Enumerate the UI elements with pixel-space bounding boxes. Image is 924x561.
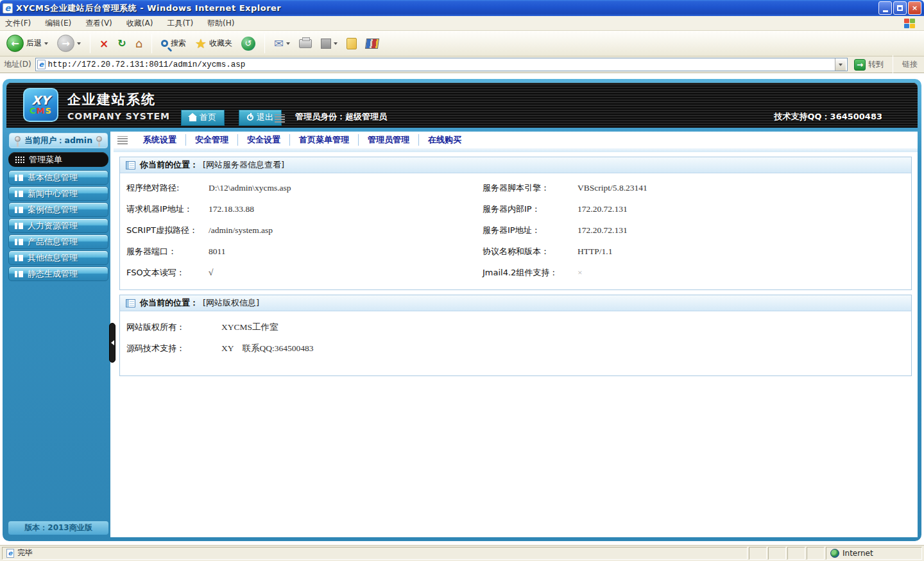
sidebar: 当前用户：admin 管理菜单 基本信息管理 新闻中心管理 案例信息管理 人力资… [6,132,110,537]
browser-viewport: XY CMS 企业建站系统 COMPANY SYSTEM 首页 退出 管理员身份… [0,73,924,544]
stop-button[interactable]: × [97,37,111,50]
current-user-label: 当前用户：admin [24,135,92,146]
current-user-bar: 当前用户：admin [9,133,108,148]
field-value-check: √ [209,268,213,278]
edit-dropdown-icon[interactable] [334,42,338,45]
field-value: 8011 [209,246,226,257]
discuss-button[interactable] [363,37,381,50]
field-label: 网站版权所有： [126,322,221,333]
browser-toolbar: ← 后退 → × ↻ ⌂ 搜索 ★ 收藏夹 ↺ ✉ [0,31,924,56]
menu-help[interactable]: 帮助(H) [207,18,234,29]
field-label: 服务器IP地址： [483,225,578,236]
favorites-button[interactable]: ★ 收藏夹 [193,35,235,53]
field-row: FSO文本读写：√ [120,262,476,283]
toolbar-separator [90,34,90,53]
page-frame: XY CMS 企业建站系统 COMPANY SYSTEM 首页 退出 管理员身份… [3,79,921,541]
sidebar-item-news-center[interactable]: 新闻中心管理 [8,186,108,201]
window-icon [126,161,135,169]
field-label: 服务器内部IP： [483,203,578,215]
forward-button[interactable]: → [55,33,83,53]
edit-icon [321,39,331,49]
printer-icon [299,39,312,48]
field-value: XYCMS工作室 [221,322,278,333]
site-title-en: COMPANY SYSTEM [67,111,170,121]
sidebar-collapse-handle[interactable] [109,323,116,363]
window-title: XYCMS企业建站后台管理系统 - Windows Internet Explo… [16,3,878,14]
address-input[interactable] [48,60,835,69]
edit-button[interactable] [318,37,340,50]
home-button[interactable]: ⌂ [133,37,145,50]
maximize-button[interactable] [893,1,907,15]
back-label: 后退 [26,38,42,49]
field-row: 源码技术支持：XY 联系QQ:364500483 [120,338,911,359]
home-icon: ⌂ [135,39,142,49]
pin-icon [15,136,21,142]
window-icon [126,299,135,307]
window-icon [15,191,23,197]
notes-button[interactable] [344,37,359,51]
sidebar-item-other-info[interactable]: 其他信息管理 [8,250,108,265]
version-badge: 版本：2013商业版 [8,521,108,535]
admin-menu-title: 管理菜单 [8,152,108,167]
menu-file[interactable]: 文件(F) [5,18,31,29]
sidebar-item-label: 其他信息管理 [28,252,78,264]
windows-logo-icon [904,19,915,28]
window-icon [15,239,23,245]
panel-header: 你当前的位置： [网站服务器信息查看] [120,157,911,173]
logo-cms: CMS [30,107,52,116]
nav-security-mgmt[interactable]: 安全管理 [186,134,238,146]
server-fields-right: 服务器脚本引擎：VBScript/5.8.23141 服务器内部IP：172.2… [476,177,911,283]
back-button[interactable]: ← 后退 [4,33,51,53]
mail-dropdown-icon[interactable] [286,42,290,45]
site-brand: 企业建站系统 COMPANY SYSTEM [67,91,170,121]
mail-button[interactable]: ✉ [271,35,293,51]
star-icon: ★ [195,36,207,51]
field-row: 网站版权所有：XYCMS工作室 [120,316,911,338]
close-button[interactable]: × [908,1,921,15]
field-value: 172.18.33.88 [209,204,254,214]
field-row: 请求机器IP地址：172.18.33.88 [120,198,476,220]
nav-admin-mgmt[interactable]: 管理员管理 [359,134,419,146]
sidebar-item-static-gen[interactable]: 静态生成管理 [8,266,108,281]
minimize-button[interactable] [878,1,892,15]
nav-security-settings[interactable]: 安全设置 [238,134,290,146]
go-button[interactable]: → 转到 [851,58,886,71]
menu-tools[interactable]: 工具(T) [167,18,193,29]
menu-favorites[interactable]: 收藏(A) [126,18,153,29]
nav-home-menu-mgmt[interactable]: 首页菜单管理 [290,134,359,146]
menu-bar: 文件(F) 编辑(E) 查看(V) 收藏(A) 工具(T) 帮助(H) [0,16,924,31]
field-value: XY 联系QQ:364500483 [221,343,314,354]
addressbar-separator [893,55,893,74]
forward-dropdown-icon[interactable] [77,42,81,45]
sidebar-item-label: 新闻中心管理 [28,188,78,200]
search-button[interactable]: 搜索 [158,37,189,50]
field-value: D:\12\admin\xycms.asp [209,183,291,193]
print-button[interactable] [296,38,314,49]
status-cell [749,547,767,560]
status-zone-cell: Internet [826,547,922,560]
address-dropdown-button[interactable] [835,58,846,71]
sidebar-item-case-info[interactable]: 案例信息管理 [8,202,108,217]
nav-buy-online[interactable]: 在线购买 [419,134,470,146]
menu-view[interactable]: 查看(V) [85,18,112,29]
sidebar-item-label: 基本信息管理 [28,172,78,184]
go-label: 转到 [868,59,884,70]
field-row: 服务器脚本引擎：VBScript/5.8.23141 [476,177,911,198]
globe-icon [830,549,839,558]
field-value: /admin/system.asp [209,225,273,236]
admin-identity: 管理员身份：超级管理员 [295,111,387,123]
sidebar-item-basic-info[interactable]: 基本信息管理 [8,170,108,185]
home-nav-button[interactable]: 首页 [181,110,225,126]
stop-icon: × [99,39,108,49]
copyright-panel: 你当前的位置： [网站版权信息] 网站版权所有：XYCMS工作室 源码技术支持：… [119,295,912,376]
sidebar-item-product-info[interactable]: 产品信息管理 [8,234,108,249]
history-button[interactable]: ↺ [239,35,258,52]
links-label[interactable]: 链接 [902,59,918,70]
go-arrow-icon: → [854,59,866,71]
refresh-button[interactable]: ↻ [115,37,128,50]
sidebar-item-label: 人力资源管理 [28,220,78,232]
nav-system-settings[interactable]: 系统设置 [134,134,186,146]
sidebar-item-hr[interactable]: 人力资源管理 [8,218,108,233]
menu-edit[interactable]: 编辑(E) [45,18,71,29]
back-dropdown-icon[interactable] [44,42,48,45]
